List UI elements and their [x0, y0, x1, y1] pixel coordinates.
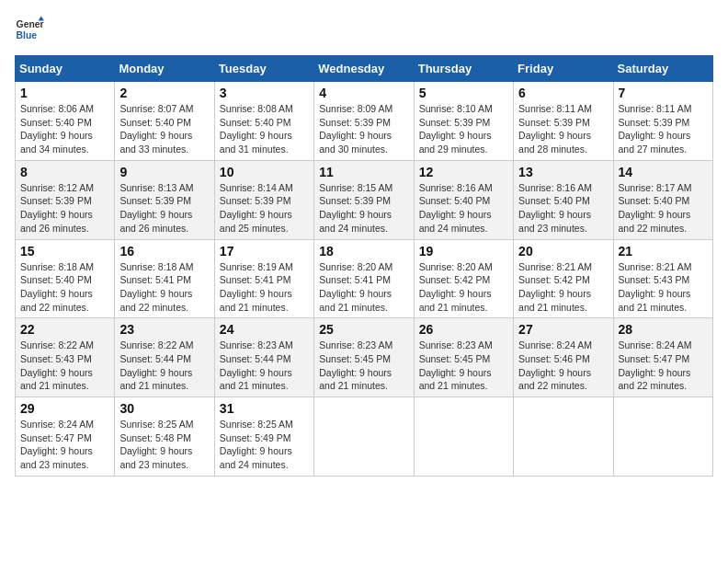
- day-number: 4: [319, 86, 408, 100]
- day-info: Sunrise: 8:12 AMSunset: 5:39 PMDaylight:…: [20, 181, 109, 236]
- day-info: Sunrise: 8:10 AMSunset: 5:39 PMDaylight:…: [419, 102, 508, 156]
- calendar-day-cell: [613, 397, 712, 477]
- day-info: Sunrise: 8:14 AMSunset: 5:39 PMDaylight:…: [220, 181, 309, 236]
- calendar-day-cell: 27Sunrise: 8:24 AMSunset: 5:46 PMDayligh…: [514, 318, 613, 397]
- weekday-header-saturday: Saturday: [613, 56, 712, 82]
- calendar-day-cell: 17Sunrise: 8:19 AMSunset: 5:41 PMDayligh…: [214, 239, 313, 318]
- day-number: 19: [419, 244, 508, 259]
- calendar-day-cell: 4Sunrise: 8:09 AMSunset: 5:39 PMDaylight…: [314, 82, 414, 161]
- day-info: Sunrise: 8:09 AMSunset: 5:39 PMDaylight:…: [319, 102, 408, 156]
- day-info: Sunrise: 8:23 AMSunset: 5:45 PMDaylight:…: [419, 339, 508, 393]
- calendar-day-cell: 19Sunrise: 8:20 AMSunset: 5:42 PMDayligh…: [414, 239, 513, 318]
- day-number: 11: [319, 165, 408, 179]
- day-info: Sunrise: 8:24 AMSunset: 5:47 PMDaylight:…: [20, 418, 109, 472]
- calendar-day-cell: 3Sunrise: 8:08 AMSunset: 5:40 PMDaylight…: [214, 82, 313, 161]
- day-number: 20: [518, 244, 608, 259]
- day-info: Sunrise: 8:07 AMSunset: 5:40 PMDaylight:…: [119, 102, 209, 156]
- day-info: Sunrise: 8:17 AMSunset: 5:40 PMDaylight:…: [619, 181, 708, 236]
- logo-icon: General Blue: [15, 15, 44, 44]
- weekday-header-thursday: Thursday: [414, 56, 513, 82]
- day-number: 6: [518, 86, 608, 100]
- day-number: 18: [319, 244, 408, 259]
- header: General Blue: [15, 15, 713, 44]
- calendar-day-cell: 30Sunrise: 8:25 AMSunset: 5:48 PMDayligh…: [115, 397, 214, 477]
- day-info: Sunrise: 8:23 AMSunset: 5:45 PMDaylight:…: [319, 339, 408, 393]
- calendar-day-cell: 15Sunrise: 8:18 AMSunset: 5:40 PMDayligh…: [16, 239, 115, 318]
- day-number: 12: [419, 165, 508, 179]
- day-number: 5: [419, 86, 508, 100]
- day-number: 21: [619, 244, 708, 259]
- day-number: 25: [319, 322, 408, 337]
- calendar-week-row: 1Sunrise: 8:06 AMSunset: 5:40 PMDaylight…: [16, 82, 713, 161]
- day-info: Sunrise: 8:25 AMSunset: 5:48 PMDaylight:…: [119, 418, 209, 472]
- calendar-day-cell: 31Sunrise: 8:25 AMSunset: 5:49 PMDayligh…: [214, 397, 313, 477]
- calendar-day-cell: 9Sunrise: 8:13 AMSunset: 5:39 PMDaylight…: [115, 160, 214, 239]
- calendar-day-cell: 18Sunrise: 8:20 AMSunset: 5:41 PMDayligh…: [314, 239, 414, 318]
- day-info: Sunrise: 8:22 AMSunset: 5:44 PMDaylight:…: [119, 339, 209, 393]
- calendar-day-cell: 26Sunrise: 8:23 AMSunset: 5:45 PMDayligh…: [414, 318, 513, 397]
- calendar-day-cell: 1Sunrise: 8:06 AMSunset: 5:40 PMDaylight…: [16, 82, 115, 161]
- day-number: 14: [619, 165, 708, 179]
- weekday-header-friday: Friday: [514, 56, 613, 82]
- calendar-day-cell: 23Sunrise: 8:22 AMSunset: 5:44 PMDayligh…: [115, 318, 214, 397]
- weekday-header-wednesday: Wednesday: [314, 56, 414, 82]
- svg-text:Blue: Blue: [17, 30, 38, 40]
- calendar-day-cell: 20Sunrise: 8:21 AMSunset: 5:42 PMDayligh…: [514, 239, 613, 318]
- weekday-header-tuesday: Tuesday: [214, 56, 313, 82]
- calendar-day-cell: 12Sunrise: 8:16 AMSunset: 5:40 PMDayligh…: [414, 160, 513, 239]
- weekday-header-monday: Monday: [115, 56, 214, 82]
- logo: General Blue: [15, 15, 44, 44]
- calendar-day-cell: [514, 397, 613, 477]
- calendar-day-cell: 5Sunrise: 8:10 AMSunset: 5:39 PMDaylight…: [414, 82, 513, 161]
- day-number: 13: [518, 165, 608, 179]
- day-info: Sunrise: 8:25 AMSunset: 5:49 PMDaylight:…: [220, 418, 309, 472]
- day-number: 26: [419, 322, 508, 337]
- calendar-day-cell: 13Sunrise: 8:16 AMSunset: 5:40 PMDayligh…: [514, 160, 613, 239]
- day-number: 30: [119, 401, 209, 416]
- weekday-header-row: SundayMondayTuesdayWednesdayThursdayFrid…: [16, 56, 713, 82]
- day-number: 29: [20, 401, 109, 416]
- day-info: Sunrise: 8:15 AMSunset: 5:39 PMDaylight:…: [319, 181, 408, 236]
- day-info: Sunrise: 8:18 AMSunset: 5:41 PMDaylight:…: [119, 260, 209, 315]
- calendar-day-cell: 8Sunrise: 8:12 AMSunset: 5:39 PMDaylight…: [16, 160, 115, 239]
- day-number: 28: [619, 322, 708, 337]
- weekday-header-sunday: Sunday: [16, 56, 115, 82]
- calendar-week-row: 29Sunrise: 8:24 AMSunset: 5:47 PMDayligh…: [16, 397, 713, 477]
- day-info: Sunrise: 8:20 AMSunset: 5:41 PMDaylight:…: [319, 260, 408, 315]
- calendar-day-cell: 28Sunrise: 8:24 AMSunset: 5:47 PMDayligh…: [613, 318, 712, 397]
- calendar-day-cell: 21Sunrise: 8:21 AMSunset: 5:43 PMDayligh…: [613, 239, 712, 318]
- day-number: 27: [518, 322, 608, 337]
- day-info: Sunrise: 8:19 AMSunset: 5:41 PMDaylight:…: [220, 260, 309, 315]
- day-info: Sunrise: 8:24 AMSunset: 5:47 PMDaylight:…: [619, 339, 708, 393]
- calendar-day-cell: [314, 397, 414, 477]
- day-info: Sunrise: 8:18 AMSunset: 5:40 PMDaylight:…: [20, 260, 109, 315]
- calendar-day-cell: 14Sunrise: 8:17 AMSunset: 5:40 PMDayligh…: [613, 160, 712, 239]
- day-number: 31: [220, 401, 309, 416]
- calendar-day-cell: 16Sunrise: 8:18 AMSunset: 5:41 PMDayligh…: [115, 239, 214, 318]
- day-info: Sunrise: 8:11 AMSunset: 5:39 PMDaylight:…: [619, 102, 708, 156]
- day-info: Sunrise: 8:16 AMSunset: 5:40 PMDaylight:…: [419, 181, 508, 236]
- day-info: Sunrise: 8:13 AMSunset: 5:39 PMDaylight:…: [119, 181, 209, 236]
- day-info: Sunrise: 8:08 AMSunset: 5:40 PMDaylight:…: [220, 102, 309, 156]
- svg-marker-2: [39, 17, 44, 21]
- calendar-week-row: 15Sunrise: 8:18 AMSunset: 5:40 PMDayligh…: [16, 239, 713, 318]
- day-number: 8: [20, 165, 109, 179]
- day-number: 15: [20, 244, 109, 259]
- day-number: 24: [220, 322, 309, 337]
- day-info: Sunrise: 8:20 AMSunset: 5:42 PMDaylight:…: [419, 260, 508, 315]
- day-info: Sunrise: 8:16 AMSunset: 5:40 PMDaylight:…: [518, 181, 608, 236]
- day-number: 1: [20, 86, 109, 100]
- day-number: 7: [619, 86, 708, 100]
- svg-text:General: General: [17, 19, 44, 29]
- day-info: Sunrise: 8:22 AMSunset: 5:43 PMDaylight:…: [20, 339, 109, 393]
- day-info: Sunrise: 8:21 AMSunset: 5:42 PMDaylight:…: [518, 260, 608, 315]
- day-info: Sunrise: 8:21 AMSunset: 5:43 PMDaylight:…: [619, 260, 708, 315]
- day-number: 22: [20, 322, 109, 337]
- calendar-day-cell: 10Sunrise: 8:14 AMSunset: 5:39 PMDayligh…: [214, 160, 313, 239]
- day-info: Sunrise: 8:23 AMSunset: 5:44 PMDaylight:…: [220, 339, 309, 393]
- calendar-day-cell: 6Sunrise: 8:11 AMSunset: 5:39 PMDaylight…: [514, 82, 613, 161]
- calendar-day-cell: [414, 397, 513, 477]
- day-info: Sunrise: 8:24 AMSunset: 5:46 PMDaylight:…: [518, 339, 608, 393]
- day-number: 9: [119, 165, 209, 179]
- calendar-week-row: 22Sunrise: 8:22 AMSunset: 5:43 PMDayligh…: [16, 318, 713, 397]
